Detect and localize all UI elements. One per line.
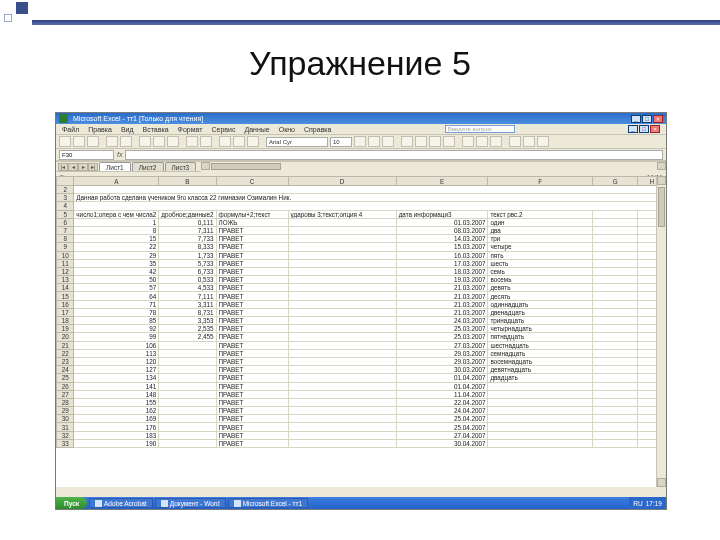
cell[interactable]: 14.03.2007 bbox=[396, 235, 488, 243]
cell[interactable]: 85 bbox=[74, 317, 159, 325]
scroll-down-icon[interactable] bbox=[657, 478, 666, 487]
cell[interactable] bbox=[488, 382, 593, 390]
cell[interactable]: 50 bbox=[74, 276, 159, 284]
row-header[interactable]: 17 bbox=[57, 308, 74, 316]
cell[interactable] bbox=[488, 398, 593, 406]
cell[interactable]: ПРАВЕТ bbox=[216, 243, 288, 251]
new-icon[interactable] bbox=[59, 136, 71, 147]
cell[interactable]: дробное;данные2 bbox=[159, 210, 216, 218]
cell[interactable]: 22 bbox=[74, 243, 159, 251]
cell[interactable]: ПРАВЕТ bbox=[216, 349, 288, 357]
italic-icon[interactable] bbox=[368, 136, 380, 147]
cell[interactable]: пять bbox=[488, 251, 593, 259]
cell[interactable]: 0,533 bbox=[159, 276, 216, 284]
cell[interactable]: двадцать bbox=[488, 374, 593, 382]
cell[interactable]: 6,733 bbox=[159, 267, 216, 275]
cell[interactable]: 190 bbox=[74, 439, 159, 447]
cell[interactable]: ПРАВЕТ bbox=[216, 333, 288, 341]
cell[interactable]: 57 bbox=[74, 284, 159, 292]
row-header[interactable]: 18 bbox=[57, 317, 74, 325]
cell[interactable]: дата информаци3 bbox=[396, 210, 488, 218]
ask-question-input[interactable]: Введите вопрос bbox=[445, 125, 515, 133]
row-header[interactable]: 20 bbox=[57, 333, 74, 341]
cell[interactable]: ПРАВЕТ bbox=[216, 235, 288, 243]
scroll-up-icon[interactable] bbox=[657, 176, 666, 185]
align-right-icon[interactable] bbox=[429, 136, 441, 147]
row-header[interactable]: 33 bbox=[57, 439, 74, 447]
cell[interactable] bbox=[159, 357, 216, 365]
row-header[interactable]: 13 bbox=[57, 276, 74, 284]
cell[interactable]: 7,111 bbox=[159, 292, 216, 300]
cell[interactable]: 25.03.2007 bbox=[396, 333, 488, 341]
cell[interactable]: ПРАВЕТ bbox=[216, 439, 288, 447]
cell[interactable]: один bbox=[488, 218, 593, 226]
currency-icon[interactable] bbox=[462, 136, 474, 147]
menu-format[interactable]: Формат bbox=[178, 126, 203, 133]
row-header[interactable]: 32 bbox=[57, 431, 74, 439]
sort-asc-icon[interactable] bbox=[233, 136, 245, 147]
row-header[interactable]: 4 bbox=[57, 202, 74, 210]
cell[interactable]: ПРАВЕТ bbox=[216, 423, 288, 431]
row-header[interactable]: 28 bbox=[57, 398, 74, 406]
worksheet-grid[interactable]: ABCDEFGH23Данная работа сделана учеником… bbox=[56, 176, 666, 487]
cell[interactable]: 8,731 bbox=[159, 308, 216, 316]
cell[interactable]: 155 bbox=[74, 398, 159, 406]
cell[interactable]: 22.04.2007 bbox=[396, 398, 488, 406]
cell[interactable]: шестнадцать bbox=[488, 341, 593, 349]
merge-icon[interactable] bbox=[443, 136, 455, 147]
doc-minimize-button[interactable]: _ bbox=[628, 125, 638, 133]
cell[interactable] bbox=[159, 349, 216, 357]
cell[interactable]: ПРАВЕТ bbox=[216, 325, 288, 333]
cell[interactable]: 30.04.2007 bbox=[396, 439, 488, 447]
cell[interactable]: 1,733 bbox=[159, 251, 216, 259]
undo-icon[interactable] bbox=[186, 136, 198, 147]
preview-icon[interactable] bbox=[120, 136, 132, 147]
cell[interactable] bbox=[288, 341, 396, 349]
cell[interactable]: одиннадцать bbox=[488, 300, 593, 308]
cell[interactable]: формулы+2;текст bbox=[216, 210, 288, 218]
cell[interactable] bbox=[159, 374, 216, 382]
cell[interactable]: 5,733 bbox=[159, 259, 216, 267]
menu-data[interactable]: Данные bbox=[244, 126, 269, 133]
cell[interactable]: 127 bbox=[74, 366, 159, 374]
column-header[interactable] bbox=[57, 177, 74, 186]
column-header[interactable]: B bbox=[159, 177, 216, 186]
row-header[interactable]: 2 bbox=[57, 186, 74, 194]
doc-close-button[interactable]: × bbox=[650, 125, 660, 133]
tab-nav-next-icon[interactable]: ▸ bbox=[78, 163, 88, 171]
font-name-dropdown[interactable]: Arial Cyr bbox=[266, 137, 328, 147]
cell[interactable]: 183 bbox=[74, 431, 159, 439]
cell[interactable]: 162 bbox=[74, 407, 159, 415]
menu-tools[interactable]: Сервис bbox=[211, 126, 235, 133]
taskbar-app[interactable]: Adobe Acrobat bbox=[89, 498, 153, 508]
cell[interactable]: 25.04.2007 bbox=[396, 415, 488, 423]
cell[interactable]: 19.03.2007 bbox=[396, 276, 488, 284]
row-header[interactable]: 12 bbox=[57, 267, 74, 275]
row-header[interactable]: 26 bbox=[57, 382, 74, 390]
cell[interactable]: 2,535 bbox=[159, 325, 216, 333]
cell[interactable]: 01.04.2007 bbox=[396, 382, 488, 390]
cell[interactable]: 27.03.2007 bbox=[396, 341, 488, 349]
horizontal-scrollbar[interactable] bbox=[201, 162, 666, 172]
cell[interactable] bbox=[288, 235, 396, 243]
cell[interactable]: 27.04.2007 bbox=[396, 431, 488, 439]
cell[interactable]: ЛОЖЬ bbox=[216, 218, 288, 226]
font-size-dropdown[interactable]: 10 bbox=[330, 137, 352, 147]
menu-edit[interactable]: Правка bbox=[88, 126, 112, 133]
cell[interactable] bbox=[288, 325, 396, 333]
cell[interactable]: 71 bbox=[74, 300, 159, 308]
cell[interactable]: три bbox=[488, 235, 593, 243]
cell[interactable]: 42 bbox=[74, 267, 159, 275]
cell[interactable]: Данная работа сделана учеником 9го класс… bbox=[74, 194, 666, 202]
cell[interactable]: 99 bbox=[74, 333, 159, 341]
row-header[interactable]: 19 bbox=[57, 325, 74, 333]
cell[interactable]: 120 bbox=[74, 357, 159, 365]
cell[interactable]: 29.03.2007 bbox=[396, 357, 488, 365]
cell[interactable]: 35 bbox=[74, 259, 159, 267]
open-icon[interactable] bbox=[73, 136, 85, 147]
row-header[interactable]: 31 bbox=[57, 423, 74, 431]
cell[interactable]: 21.03.2007 bbox=[396, 292, 488, 300]
cell[interactable]: ПРАВЕТ bbox=[216, 357, 288, 365]
autosum-icon[interactable] bbox=[219, 136, 231, 147]
cell[interactable]: ПРАВЕТ bbox=[216, 308, 288, 316]
